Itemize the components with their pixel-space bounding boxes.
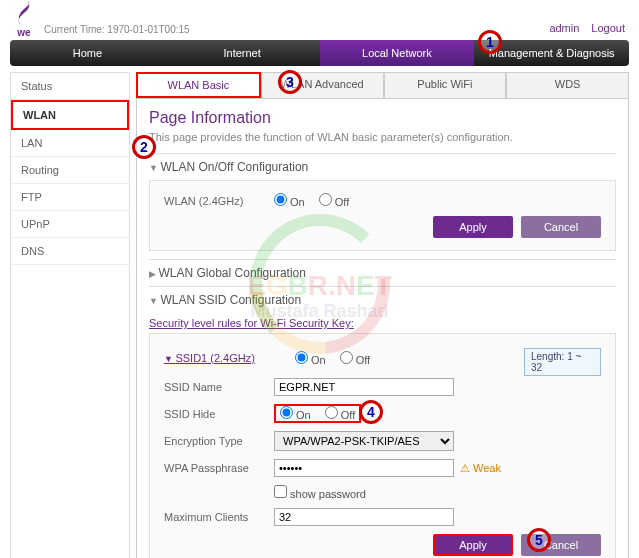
- tab-wlan-basic[interactable]: WLAN Basic: [136, 72, 261, 98]
- logout-link[interactable]: Logout: [591, 22, 625, 34]
- nav-internet[interactable]: Internet: [165, 40, 320, 66]
- annotation-4: 4: [359, 400, 383, 424]
- sidebar-item-lan[interactable]: LAN: [11, 130, 129, 157]
- tab-public-wifi[interactable]: Public WiFi: [384, 72, 507, 98]
- sidebar-item-dns[interactable]: DNS: [11, 238, 129, 265]
- encryption-label: Encryption Type: [164, 435, 274, 447]
- sidebar-item-status[interactable]: Status: [11, 73, 129, 100]
- nav-management[interactable]: Management & Diagnosis: [474, 40, 629, 66]
- current-time: Current Time: 1970-01-01T00:15: [44, 24, 190, 35]
- sidebar-item-upnp[interactable]: UPnP: [11, 211, 129, 238]
- section-wlan-global[interactable]: WLAN Global Configuration: [149, 259, 616, 286]
- tab-wlan-advanced[interactable]: WLAN Advanced: [261, 72, 384, 98]
- sidebar-item-ftp[interactable]: FTP: [11, 184, 129, 211]
- section-wlan-onoff[interactable]: WLAN On/Off Configuration: [149, 153, 616, 180]
- wlan-off-option[interactable]: Off: [319, 193, 350, 208]
- passphrase-label: WPA Passphrase: [164, 462, 274, 474]
- cancel-button[interactable]: Cancel: [521, 216, 601, 238]
- user-link[interactable]: admin: [549, 22, 579, 34]
- ssid-on-option[interactable]: On: [295, 351, 326, 366]
- tab-wds[interactable]: WDS: [506, 72, 629, 98]
- show-password-toggle[interactable]: show password: [274, 485, 366, 500]
- page-description: This page provides the function of WLAN …: [149, 131, 616, 143]
- ssid-cancel-button[interactable]: Cancel: [521, 534, 601, 556]
- apply-button[interactable]: Apply: [433, 216, 513, 238]
- ssid-hide-off[interactable]: Off: [325, 406, 356, 421]
- ssid1-header[interactable]: SSID1 (2.4GHz): [164, 352, 255, 364]
- security-rules-link[interactable]: Security level rules for Wi-Fi Security …: [149, 317, 354, 329]
- strength-indicator: Weak: [460, 462, 501, 475]
- page-title: Page Information: [149, 109, 616, 127]
- sidebar: Status WLAN LAN Routing FTP UPnP DNS: [10, 72, 130, 558]
- max-clients-input[interactable]: [274, 508, 454, 526]
- ssid-apply-button[interactable]: Apply: [433, 534, 513, 556]
- section-wlan-ssid[interactable]: WLAN SSID Configuration: [149, 286, 616, 313]
- wlan-on-option[interactable]: On: [274, 193, 305, 208]
- main-nav: Home Internet Local Network Management &…: [10, 40, 629, 66]
- passphrase-input[interactable]: [274, 459, 454, 477]
- ssid-hide-on[interactable]: On: [280, 406, 311, 421]
- ssid-off-option[interactable]: Off: [340, 351, 371, 366]
- encryption-select[interactable]: WPA/WPA2-PSK-TKIP/AES: [274, 431, 454, 451]
- nav-home[interactable]: Home: [10, 40, 165, 66]
- ssid-hide-label: SSID Hide: [164, 408, 274, 420]
- ssid-name-input[interactable]: [274, 378, 454, 396]
- max-clients-label: Maximum Clients: [164, 511, 274, 523]
- wlan-24-label: WLAN (2.4GHz): [164, 195, 274, 207]
- sidebar-item-routing[interactable]: Routing: [11, 157, 129, 184]
- nav-local-network[interactable]: Local Network: [320, 40, 475, 66]
- sidebar-item-wlan[interactable]: WLAN: [11, 100, 129, 130]
- brand-logo: we: [14, 1, 34, 38]
- length-tooltip: Length: 1 ~ 32: [524, 348, 601, 376]
- ssid-name-label: SSID Name: [164, 381, 274, 393]
